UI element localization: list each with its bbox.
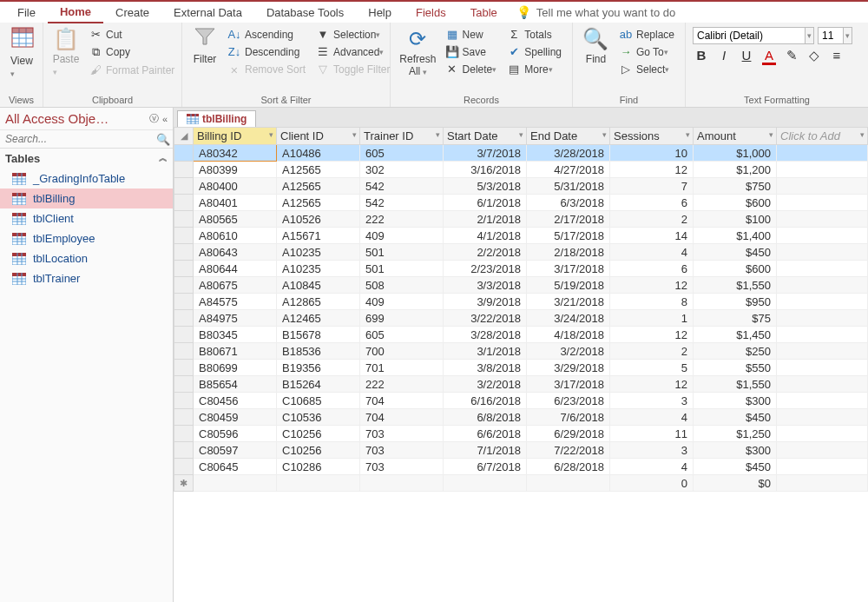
cell-empty[interactable] (777, 195, 868, 211)
cell-sessions[interactable]: 7 (610, 178, 694, 195)
font-color-button[interactable]: A (762, 48, 776, 65)
chevron-down-icon[interactable]: ▾ (860, 130, 865, 139)
cell-client-id[interactable]: A15671 (277, 228, 360, 244)
paste-button[interactable]: 📋 Paste (49, 25, 83, 79)
table-row[interactable]: A80400A125655425/3/20185/31/20187$750 (174, 178, 868, 195)
cell-end-date[interactable]: 6/23/2018 (527, 393, 610, 409)
column-filter-dropdown[interactable]: ▾ (519, 130, 523, 139)
menu-table[interactable]: Table (458, 3, 510, 23)
cell-client-id[interactable]: A10526 (277, 211, 360, 228)
cell-amount[interactable]: $600 (694, 261, 777, 277)
cell-billing-id[interactable]: A80400 (194, 178, 277, 195)
cell-client-id[interactable]: A12565 (277, 195, 360, 211)
table-row[interactable]: C80645C102867036/7/20186/28/20184$450 (174, 459, 868, 475)
row-selector[interactable] (174, 145, 194, 162)
cell-empty[interactable] (777, 409, 868, 426)
nav-table-_gradinginfotable[interactable]: _GradingInfoTable (0, 169, 173, 189)
column-header-end-date[interactable]: End Date▾ (527, 128, 610, 145)
cell-trainer-id[interactable]: 703 (360, 459, 444, 475)
cell-end-date[interactable]: 6/3/2018 (527, 195, 610, 211)
table-row[interactable]: C80459C105367046/8/20187/6/20184$450 (174, 409, 868, 426)
cell-trainer-id[interactable]: 703 (360, 442, 444, 459)
align-button[interactable]: ≡ (830, 48, 844, 65)
cell-trainer-id[interactable]: 700 (360, 343, 444, 360)
row-selector[interactable] (174, 459, 194, 475)
cell-trainer-id[interactable]: 605 (360, 145, 444, 162)
cell-billing-id[interactable]: A84575 (194, 294, 277, 310)
filter-button[interactable]: Filter (187, 25, 222, 67)
nav-table-tblemployee[interactable]: tblEmployee (0, 228, 173, 248)
cell-billing-id[interactable]: C80597 (194, 442, 277, 459)
cell-amount[interactable]: $300 (694, 442, 777, 459)
row-selector[interactable] (174, 244, 194, 261)
cell-client-id[interactable]: A12465 (277, 310, 360, 327)
datasheet-grid[interactable]: ◢Billing ID▾Client ID▾Trainer ID▾Start D… (174, 127, 868, 492)
cell-empty[interactable] (777, 393, 868, 409)
cell-empty[interactable] (777, 459, 868, 475)
cell-client-id[interactable]: C10256 (277, 426, 360, 442)
row-selector[interactable] (174, 442, 194, 459)
italic-button[interactable]: I (717, 48, 731, 65)
cell-trainer-id[interactable]: 701 (360, 360, 444, 376)
cell-amount[interactable]: $1,550 (694, 376, 777, 393)
cell-empty[interactable] (777, 327, 868, 343)
sort-desc-button[interactable]: Z↓Descending (224, 44, 309, 59)
cell-trainer-id[interactable]: 703 (360, 426, 444, 442)
row-selector[interactable] (174, 360, 194, 376)
nav-search-button[interactable]: 🔍 (154, 130, 173, 149)
cell-client-id[interactable]: A10235 (277, 244, 360, 261)
row-selector[interactable] (174, 277, 194, 294)
table-row[interactable]: A80610A156714094/1/20185/17/201814$1,400 (174, 228, 868, 244)
cell-empty[interactable] (777, 310, 868, 327)
cell-empty[interactable] (777, 277, 868, 294)
table-row[interactable]: B80671B185367003/1/20183/2/20182$250 (174, 343, 868, 360)
cell-amount[interactable]: $1,200 (694, 162, 777, 178)
delete-record-button[interactable]: ✕Delete (442, 62, 501, 76)
save-record-button[interactable]: 💾Save (442, 44, 501, 59)
nav-search-input[interactable] (0, 130, 154, 149)
cell-trainer-id[interactable]: 704 (360, 409, 444, 426)
goto-button[interactable]: →Go To (615, 44, 678, 59)
table-row[interactable]: A80643A102355012/2/20182/18/20184$450 (174, 244, 868, 261)
cell-empty[interactable] (777, 442, 868, 459)
cell-empty[interactable] (777, 360, 868, 376)
cell-client-id[interactable]: B15678 (277, 327, 360, 343)
cell-billing-id[interactable]: A84975 (194, 310, 277, 327)
cell-end-date[interactable]: 6/29/2018 (527, 426, 610, 442)
row-selector[interactable] (174, 178, 194, 195)
cell-empty[interactable] (777, 244, 868, 261)
cell-client-id[interactable]: C10536 (277, 409, 360, 426)
cell-empty[interactable] (777, 376, 868, 393)
menu-file[interactable]: File (5, 3, 48, 23)
column-header-sessions[interactable]: Sessions▾ (610, 128, 694, 145)
find-button[interactable]: 🔍 Find (578, 25, 614, 67)
cell-start-date[interactable]: 6/7/2018 (444, 459, 527, 475)
table-row[interactable]: A80401A125655426/1/20186/3/20186$600 (174, 195, 868, 211)
nav-table-tbllocation[interactable]: tblLocation (0, 248, 173, 268)
cell-sessions[interactable]: 6 (610, 195, 694, 211)
cell-start-date[interactable]: 2/1/2018 (444, 211, 527, 228)
cell-start-date[interactable]: 3/9/2018 (444, 294, 527, 310)
nav-table-tblbilling[interactable]: tblBilling (0, 189, 173, 208)
cell-start-date[interactable]: 3/3/2018 (444, 277, 527, 294)
cell-client-id[interactable]: A10845 (277, 277, 360, 294)
column-filter-dropdown[interactable]: ▾ (686, 130, 690, 139)
cell-start-date[interactable]: 3/16/2018 (444, 162, 527, 178)
cell-sessions[interactable]: 3 (610, 393, 694, 409)
cell-start-date[interactable]: 3/1/2018 (444, 343, 527, 360)
cell-end-date[interactable]: 5/17/2018 (527, 228, 610, 244)
cell-trainer-id[interactable]: 704 (360, 393, 444, 409)
click-to-add-column[interactable]: Click to Add▾ (777, 128, 868, 145)
cell-start-date[interactable]: 2/2/2018 (444, 244, 527, 261)
cell-trainer-id[interactable]: 542 (360, 178, 444, 195)
table-row[interactable]: A80644A102355012/23/20183/17/20186$600 (174, 261, 868, 277)
row-selector[interactable] (174, 393, 194, 409)
row-selector[interactable] (174, 294, 194, 310)
font-size-dropdown[interactable] (844, 27, 852, 44)
cell-trainer-id[interactable]: 222 (360, 211, 444, 228)
cell-amount[interactable]: $1,550 (694, 277, 777, 294)
cell-client-id[interactable]: A12865 (277, 294, 360, 310)
cell-start-date[interactable]: 5/3/2018 (444, 178, 527, 195)
cell-end-date[interactable]: 5/19/2018 (527, 277, 610, 294)
cell-billing-id[interactable]: B80699 (194, 360, 277, 376)
